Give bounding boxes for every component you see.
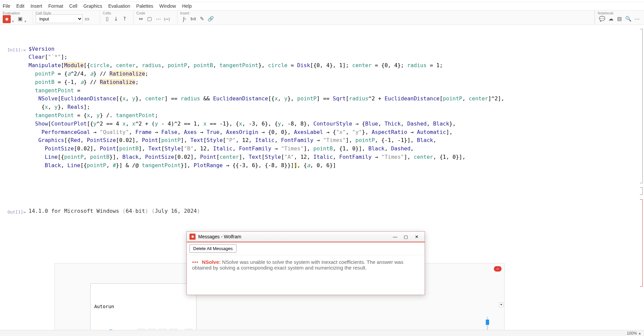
menu-window[interactable]: Window bbox=[159, 3, 176, 9]
menu-evaluation[interactable]: Evaluation bbox=[108, 3, 130, 9]
menu-palettes[interactable]: Palettes bbox=[136, 3, 154, 9]
cell-style-select[interactable]: Input bbox=[36, 14, 83, 23]
toolbar: Evaluation ✱ ▾ ▣ ▾ Cell Style Input ▭ Ce… bbox=[0, 10, 644, 25]
toolbar-label-insert: Insert bbox=[180, 11, 189, 15]
slower-button[interactable]: ︾ bbox=[159, 329, 167, 330]
direction-button[interactable]: → bbox=[169, 329, 177, 330]
insert-link-button[interactable]: 🔗 bbox=[206, 14, 215, 23]
menu-format[interactable]: Format bbox=[48, 3, 63, 9]
chat-icon[interactable]: 💬 bbox=[598, 14, 606, 23]
autorun-label: Autorun bbox=[94, 303, 193, 310]
close-button[interactable]: ✕ bbox=[411, 232, 422, 241]
cell-in-button[interactable]: ⤓ bbox=[112, 14, 120, 23]
toolbar-label-cells: Cells bbox=[103, 11, 111, 15]
manipulate-a-slider[interactable]: + bbox=[477, 300, 498, 330]
toolbar-label-code: Code bbox=[136, 11, 145, 15]
cell-out-button[interactable]: ⤒ bbox=[120, 14, 129, 23]
toolbar-label-cellstyle: Cell Style bbox=[36, 11, 51, 15]
menu-file[interactable]: File bbox=[3, 3, 10, 9]
more-icon[interactable]: ⋯ bbox=[633, 14, 641, 23]
in-label: In[1]:= bbox=[7, 47, 26, 52]
output-version-text: 14.1.0 for Microsoft Windows (64-bit) (J… bbox=[29, 207, 637, 216]
cell-style-extra-button[interactable]: ▭ bbox=[83, 14, 91, 23]
cell-bracket-output2[interactable] bbox=[640, 199, 643, 287]
manipulate-menu-button[interactable]: ⋯ bbox=[494, 266, 502, 272]
menu-help[interactable]: Help bbox=[182, 3, 192, 9]
delete-all-messages-button[interactable]: Delete All Messages bbox=[189, 244, 237, 253]
insert-tex-button[interactable]: $x$ bbox=[189, 14, 198, 23]
code-match-button[interactable]: ⟮⋯⟯ bbox=[163, 14, 171, 23]
code-iconize-button[interactable]: ▢ bbox=[145, 14, 154, 23]
minimize-button[interactable]: — bbox=[390, 232, 400, 241]
menu-bar: File Edit Insert Format Cell Graphics Ev… bbox=[0, 2, 644, 10]
autorun-panel: Autorun ⏸ ︽ ︾ → ✕ bbox=[90, 283, 197, 330]
abort-button[interactable]: ▣ bbox=[16, 14, 25, 23]
evaluate-dropdown-icon[interactable]: ▾ bbox=[12, 19, 14, 23]
cell-bracket-input[interactable] bbox=[640, 29, 643, 183]
toolbar-label-evaluation: Evaluation bbox=[3, 11, 20, 15]
message-body: ••• NSolve: NSolve was unable to solve t… bbox=[187, 255, 425, 275]
notebook-area[interactable]: In[1]:= $Version Clear["`*"]; Manipulate… bbox=[0, 25, 644, 330]
evaluate-button[interactable]: ✱ bbox=[3, 15, 11, 23]
message-text: NSolve was unable to solve the system wi… bbox=[192, 259, 403, 271]
wolfram-icon: ✱ bbox=[189, 234, 196, 240]
pause-button[interactable]: ⏸ bbox=[137, 329, 145, 330]
abort-dropdown-icon[interactable]: ▾ bbox=[25, 19, 26, 23]
menu-cell[interactable]: Cell bbox=[69, 3, 77, 9]
message-dots-icon: ••• bbox=[192, 259, 199, 265]
slider-expand-button[interactable]: + bbox=[499, 302, 504, 307]
book-icon[interactable]: ▤ bbox=[615, 14, 624, 23]
insert-draw-button[interactable]: ✎ bbox=[198, 14, 206, 23]
faster-button[interactable]: ︽ bbox=[148, 329, 156, 330]
search-icon[interactable]: 🔍 bbox=[624, 14, 633, 23]
menu-insert[interactable]: Insert bbox=[31, 3, 42, 9]
menu-edit[interactable]: Edit bbox=[16, 3, 25, 9]
cell-bracket-output1[interactable] bbox=[640, 187, 643, 195]
toolbar-label-notebook: Notebook bbox=[598, 11, 613, 15]
messages-window: ✱ Messages - Wolfram — ▢ ✕ Delete All Me… bbox=[186, 231, 425, 295]
zoom-arrow-icon[interactable]: ▲ bbox=[638, 332, 641, 335]
status-bar: 100%▲ bbox=[0, 330, 644, 336]
messages-title: Messages - Wolfram bbox=[198, 234, 390, 239]
out-label: Out[1]= bbox=[7, 209, 26, 214]
code-extend-button[interactable]: ⇔ bbox=[136, 14, 145, 23]
cell-divide-button[interactable]: ▯ bbox=[103, 14, 112, 23]
maximize-button[interactable]: ▢ bbox=[400, 232, 411, 241]
input-cell[interactable]: $Version Clear["`*"]; Manipulate[Module[… bbox=[29, 45, 637, 170]
menu-graphics[interactable]: Graphics bbox=[83, 3, 102, 9]
code-ellipsis-button[interactable]: ⋯ bbox=[154, 14, 163, 23]
message-tag: NSolve: bbox=[202, 259, 221, 265]
close-autorun-button[interactable]: ✕ bbox=[185, 329, 193, 330]
cloud-icon[interactable]: ☁ bbox=[606, 14, 615, 23]
insert-math-button[interactable]: ∫π bbox=[180, 14, 189, 23]
zoom-level[interactable]: 100% bbox=[627, 331, 637, 336]
